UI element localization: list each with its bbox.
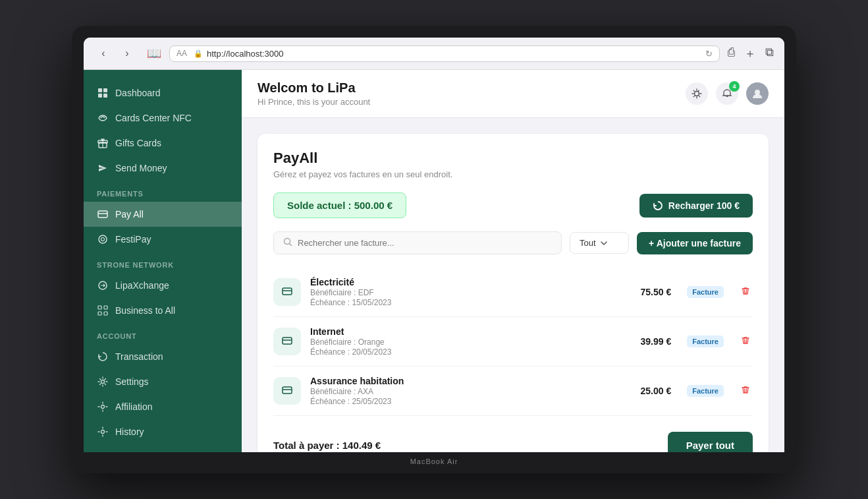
gift-icon xyxy=(97,137,109,149)
back-button[interactable]: ‹ xyxy=(94,44,113,63)
sidebar-item-transaction[interactable]: Transaction xyxy=(84,344,242,369)
svg-rect-22 xyxy=(283,288,292,295)
invoice-icon xyxy=(273,377,301,405)
sidebar-item-affiliation[interactable]: Affiliation xyxy=(84,394,242,419)
share-icon[interactable]: ⎙ xyxy=(728,45,735,61)
sidebar-item-history[interactable]: History xyxy=(84,419,242,444)
search-filter-row: Tout + Ajouter une facture xyxy=(273,231,753,254)
sidebar-label-send: Send Money xyxy=(115,163,167,173)
svg-point-16 xyxy=(101,380,105,384)
svg-point-20 xyxy=(755,90,760,95)
filter-value: Tout xyxy=(580,238,596,248)
recharge-icon xyxy=(653,200,663,211)
svg-point-18 xyxy=(101,430,105,434)
pay-all-subtitle: Gérez et payez vos factures en un seul e… xyxy=(273,169,753,179)
sidebar-label-business: Business to All xyxy=(115,305,175,316)
payer-tout-button[interactable]: Payer tout xyxy=(668,432,753,452)
bookmarks-icon[interactable]: 📖 xyxy=(147,46,161,61)
svg-point-17 xyxy=(101,405,105,409)
invoice-item: Assurance habitation Bénéficiaire : AXA … xyxy=(273,367,753,416)
sidebar: Dashboard Cards Center NFC xyxy=(84,70,242,452)
text-size-label: AA xyxy=(176,49,187,58)
svg-rect-15 xyxy=(104,312,107,315)
sidebar-item-gifts-cards[interactable]: Gifts Cards xyxy=(84,131,242,156)
search-box[interactable] xyxy=(273,231,562,254)
pay-all-container: PayAll Gérez et payez vos factures en un… xyxy=(242,118,784,452)
header-actions: 4 xyxy=(686,82,769,105)
invoice-echeance: Échéance : 15/05/2023 xyxy=(310,298,632,307)
sidebar-item-business-to-all[interactable]: Business to All xyxy=(84,298,242,323)
sidebar-label-transaction: Transaction xyxy=(115,351,163,362)
svg-rect-12 xyxy=(98,306,101,309)
header-text: Welcom to LiPa Hi Prince, this is your a… xyxy=(258,80,370,107)
sidebar-item-cards-center-nfc[interactable]: Cards Center NFC xyxy=(84,105,242,131)
lock-icon: 🔒 xyxy=(194,49,203,58)
sidebar-item-send-money[interactable]: Send Money xyxy=(84,156,242,181)
svg-rect-26 xyxy=(283,387,292,394)
svg-rect-24 xyxy=(283,338,292,344)
invoice-amount: 39.99 € xyxy=(641,336,672,347)
svg-rect-7 xyxy=(98,211,107,218)
facture-badge: Facture xyxy=(687,385,724,397)
delete-invoice-button[interactable] xyxy=(738,283,753,301)
notifications-button[interactable]: 4 xyxy=(716,82,738,105)
forward-button[interactable]: › xyxy=(118,44,136,63)
delete-invoice-button[interactable] xyxy=(738,333,753,350)
tabs-icon[interactable]: ⧉ xyxy=(765,45,774,61)
pay-all-icon xyxy=(97,208,109,220)
page-title: Welcom to LiPa xyxy=(258,80,370,96)
sidebar-item-dashboard[interactable]: Dashboard xyxy=(84,80,242,105)
invoice-echeance: Échéance : 25/05/2023 xyxy=(310,397,632,406)
pay-all-card: PayAll Gérez et payez vos factures en un… xyxy=(258,134,769,452)
sidebar-item-settings[interactable]: Settings xyxy=(84,369,242,394)
nfc-icon xyxy=(97,112,109,124)
invoice-list: Électricité Bénéficiaire : EDF Échéance … xyxy=(273,268,753,416)
user-avatar-button[interactable] xyxy=(746,82,769,105)
invoice-info: Internet Bénéficiaire : Orange Échéance … xyxy=(310,326,632,357)
svg-rect-1 xyxy=(103,88,107,92)
sidebar-label-dashboard: Dashboard xyxy=(115,88,161,98)
transaction-icon xyxy=(97,351,109,363)
invoice-amount: 25.00 € xyxy=(641,386,672,396)
svg-point-19 xyxy=(695,92,699,96)
invoice-icon xyxy=(273,328,301,355)
svg-rect-0 xyxy=(98,88,102,92)
history-icon xyxy=(97,426,109,438)
invoice-name: Électricité xyxy=(310,277,632,287)
paiements-section-label: PAIEMENTS xyxy=(84,181,242,202)
xchange-icon xyxy=(97,279,109,291)
sidebar-label-history: History xyxy=(115,426,144,437)
total-amount: Total à payer : 140.49 € xyxy=(273,440,381,451)
invoice-name: Assurance habitation xyxy=(310,376,632,386)
invoice-name: Internet xyxy=(310,326,632,337)
sidebar-label-settings: Settings xyxy=(115,376,149,387)
sidebar-label-festi: FestiPay xyxy=(115,234,151,245)
sidebar-label-gifts: Gifts Cards xyxy=(115,138,161,148)
address-bar[interactable]: AA 🔒 http://localhost:3000 ↻ xyxy=(169,45,720,62)
invoice-icon xyxy=(273,278,301,306)
balance-row: Solde actuel : 500.00 € Recharger 100 € xyxy=(273,192,753,218)
chevron-down-icon xyxy=(600,239,608,247)
facture-badge: Facture xyxy=(687,336,724,347)
new-tab-icon[interactable]: ＋ xyxy=(744,45,756,61)
recharge-button[interactable]: Recharger 100 € xyxy=(639,194,753,218)
invoice-beneficiaire: Bénéficiaire : EDF xyxy=(310,288,632,297)
add-facture-button[interactable]: + Ajouter une facture xyxy=(637,232,753,254)
invoice-beneficiaire: Bénéficiaire : AXA xyxy=(310,387,632,396)
svg-rect-14 xyxy=(98,312,101,315)
notification-count: 4 xyxy=(729,81,740,92)
filter-dropdown[interactable]: Tout xyxy=(570,232,629,254)
pay-all-title: PayAll xyxy=(273,150,753,167)
strone-section-label: STRONE NETWORK xyxy=(84,252,242,273)
reload-icon[interactable]: ↻ xyxy=(705,49,713,59)
sidebar-item-lipa-xchange[interactable]: LipaXchange xyxy=(84,273,242,298)
search-input[interactable] xyxy=(298,238,552,248)
browser-bar: ‹ › 📖 AA 🔒 http://localhost:3000 ↻ ⎙ ＋ ⧉ xyxy=(84,38,784,70)
affiliation-icon xyxy=(97,401,109,413)
invoice-item: Électricité Bénéficiaire : EDF Échéance … xyxy=(273,268,753,317)
invoice-item: Internet Bénéficiaire : Orange Échéance … xyxy=(273,317,753,367)
sidebar-item-festi-pay[interactable]: FestiPay xyxy=(84,227,242,252)
delete-invoice-button[interactable] xyxy=(738,382,753,399)
sidebar-item-pay-all[interactable]: Pay All xyxy=(84,202,242,227)
theme-toggle-button[interactable] xyxy=(686,82,708,105)
